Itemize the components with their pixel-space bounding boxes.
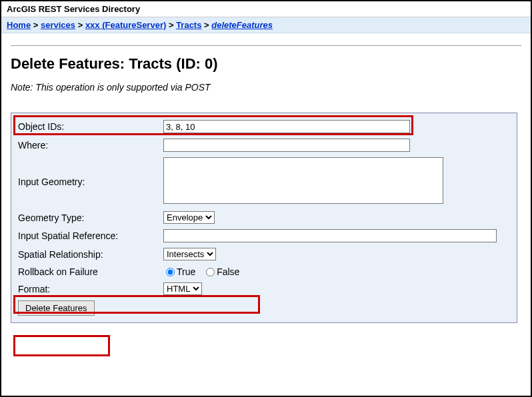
breadcrumb-sep: >	[33, 20, 41, 30]
breadcrumb-deletefeatures[interactable]: deleteFeatures	[211, 20, 273, 30]
note-text: Note: This operation is only supported v…	[11, 82, 521, 93]
breadcrumb-services[interactable]: services	[41, 20, 75, 30]
rollback-false-radio[interactable]	[206, 268, 215, 276]
breadcrumb-sep: >	[204, 20, 211, 30]
delete-features-button[interactable]: Delete Features	[18, 300, 95, 316]
breadcrumb-sep: >	[169, 20, 176, 30]
directory-header: ArcGIS REST Services Directory	[1, 1, 531, 17]
breadcrumb-home[interactable]: Home	[7, 20, 31, 30]
breadcrumb-featureserver[interactable]: xxx (FeatureServer)	[85, 20, 166, 30]
spatial-rel-label: Spatial Relationship:	[15, 245, 161, 263]
divider	[11, 45, 521, 46]
geometry-type-select[interactable]: Envelope	[163, 211, 215, 224]
breadcrumb-tracts[interactable]: Tracts	[176, 20, 201, 30]
rollback-true-radio[interactable]	[166, 268, 175, 276]
breadcrumb: Home > services > xxx (FeatureServer) > …	[1, 17, 531, 33]
rollback-label: Rollback on Failure	[15, 263, 161, 280]
geometry-type-label: Geometry Type:	[15, 208, 161, 226]
format-select[interactable]: HTML	[163, 282, 202, 295]
input-sr-input[interactable]	[163, 229, 497, 242]
object-ids-label: Object IDs:	[15, 117, 161, 136]
format-label: Format:	[15, 280, 161, 298]
breadcrumb-sep: >	[78, 20, 85, 30]
highlight-submit	[13, 335, 110, 356]
form-panel: Object IDs: Where: Input Geometry:	[11, 113, 517, 323]
header-title: ArcGIS REST Services Directory	[7, 4, 140, 14]
where-label: Where:	[15, 136, 161, 155]
input-sr-label: Input Spatial Reference:	[15, 226, 161, 245]
rollback-false-option[interactable]: False	[203, 266, 245, 276]
page-title: Delete Features: Tracts (ID: 0)	[11, 55, 521, 73]
input-geometry-label: Input Geometry:	[15, 155, 161, 208]
object-ids-input[interactable]	[163, 120, 410, 133]
input-geometry-textarea[interactable]	[163, 157, 443, 204]
spatial-rel-select[interactable]: Intersects	[163, 248, 216, 260]
where-input[interactable]	[163, 139, 410, 152]
rollback-true-option[interactable]: True	[163, 266, 203, 276]
